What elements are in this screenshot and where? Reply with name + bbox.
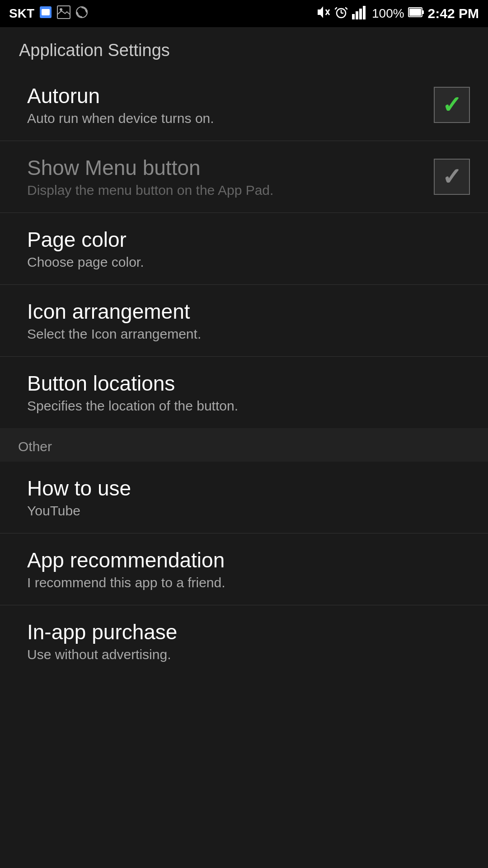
page-title: Application Settings [0,27,488,69]
svg-rect-13 [356,11,358,19]
svg-rect-15 [363,6,366,19]
page-color-title: Page color [27,227,470,252]
alarm-icon [334,5,348,23]
svg-rect-1 [42,9,50,15]
icon-arrangement-subtitle: Select the Icon arrangement. [27,326,470,342]
how-to-use-content: How to use YouTube [27,476,470,519]
app-recommendation-content: App recommendation I recommend this app … [27,548,470,590]
show-menu-button-title: Show Menu button [27,156,434,180]
signal-icon [352,5,368,23]
other-section-header: Other [0,428,488,462]
how-to-use-title: How to use [27,476,470,500]
how-to-use-setting[interactable]: How to use YouTube [0,462,488,533]
show-menu-button-content: Show Menu button Display the menu button… [27,156,434,198]
inapp-purchase-title: In-app purchase [27,620,470,644]
app-recommendation-setting[interactable]: App recommendation I recommend this app … [0,533,488,605]
show-menu-button-checkbox[interactable]: ✓ [434,159,470,195]
svg-rect-17 [422,10,424,14]
svg-rect-18 [409,9,421,16]
gallery-icon [57,5,70,22]
app-recommendation-subtitle: I recommend this app to a friend. [27,575,470,590]
button-locations-setting[interactable]: Button locations Specifies the location … [0,357,488,428]
app-recommendation-title: App recommendation [27,548,470,572]
icon-arrangement-title: Icon arrangement [27,299,470,324]
show-menu-button-setting[interactable]: Show Menu button Display the menu button… [0,141,488,213]
apppad-icon [39,5,52,22]
status-bar-left: SKT [9,5,89,22]
icon-arrangement-content: Icon arrangement Select the Icon arrange… [27,299,470,342]
inapp-purchase-subtitle: Use without advertising. [27,647,470,662]
autorun-subtitle: Auto run when device turns on. [27,111,434,126]
settings-container: Autorun Auto run when device turns on. ✓… [0,69,488,677]
svg-rect-12 [352,14,355,19]
page-color-setting[interactable]: Page color Choose page color. [0,213,488,285]
inapp-purchase-content: In-app purchase Use without advertising. [27,620,470,662]
status-bar-right: 100% 2:42 PM [316,5,479,23]
button-locations-title: Button locations [27,371,470,396]
autorun-content: Autorun Auto run when device turns on. [27,84,434,126]
autorun-checkbox[interactable]: ✓ [434,87,470,123]
battery-percent: 100% [372,6,404,21]
show-menu-button-checkmark: ✓ [442,165,462,189]
button-locations-subtitle: Specifies the location of the button. [27,398,470,414]
inapp-purchase-setting[interactable]: In-app purchase Use without advertising. [0,605,488,677]
svg-rect-14 [359,9,362,19]
autorun-title: Autorun [27,84,434,108]
svg-point-4 [76,7,87,18]
status-bar: SKT [0,0,488,27]
page-color-content: Page color Choose page color. [27,227,470,270]
autorun-checkmark: ✓ [442,93,462,117]
status-time: 2:42 PM [428,6,479,21]
sync-icon [75,5,89,22]
svg-point-3 [60,8,62,11]
icon-arrangement-setting[interactable]: Icon arrangement Select the Icon arrange… [0,285,488,357]
button-locations-content: Button locations Specifies the location … [27,371,470,414]
battery-icon [408,6,424,22]
autorun-setting[interactable]: Autorun Auto run when device turns on. ✓ [0,69,488,141]
show-menu-button-subtitle: Display the menu button on the App Pad. [27,183,434,198]
mute-icon [316,5,330,23]
page-color-subtitle: Choose page color. [27,255,470,270]
how-to-use-subtitle: YouTube [27,503,470,519]
carrier-label: SKT [9,6,34,21]
